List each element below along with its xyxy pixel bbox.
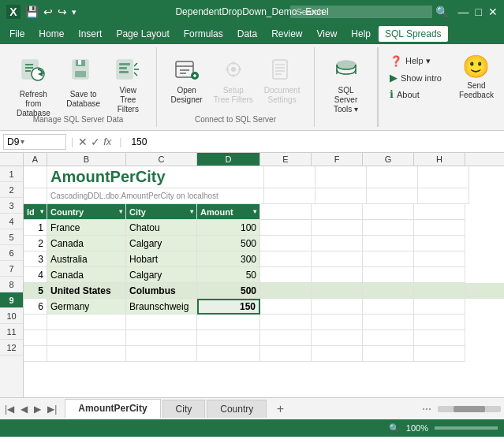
cell-g12[interactable]: [363, 346, 414, 362]
cell-f10[interactable]: [312, 315, 363, 330]
close-btn[interactable]: ✕: [488, 6, 498, 18]
col-header-g[interactable]: G: [363, 153, 414, 166]
cell-a9[interactable]: 6: [24, 299, 47, 315]
filter-icon-city[interactable]: ▾: [190, 208, 193, 215]
cell-h1[interactable]: [418, 166, 469, 188]
col-header-a[interactable]: A: [24, 153, 47, 166]
cell-g6[interactable]: [363, 251, 414, 267]
cell-f3[interactable]: [312, 204, 363, 220]
col-header-f[interactable]: F: [312, 153, 363, 166]
cell-h2[interactable]: [418, 188, 469, 204]
cell-b6[interactable]: Australia: [47, 251, 126, 267]
cell-f2[interactable]: [315, 188, 367, 204]
cell-header-city[interactable]: City▾: [126, 204, 197, 220]
cell-b12[interactable]: [47, 346, 126, 362]
help-btn[interactable]: ❓ Help ▾: [385, 54, 446, 69]
menu-formulas[interactable]: Formulas: [177, 26, 230, 42]
confirm-formula-btn[interactable]: ✓: [91, 136, 100, 148]
cell-d6[interactable]: 300: [197, 251, 260, 267]
row-num-4[interactable]: 4: [0, 214, 23, 229]
cell-h12[interactable]: [414, 346, 465, 362]
cell-header-id[interactable]: Id▾: [24, 204, 47, 220]
cell-g5[interactable]: [363, 236, 414, 251]
cell-f1[interactable]: [315, 166, 367, 188]
row-num-7[interactable]: 7: [0, 261, 23, 277]
refresh-btn[interactable]: Refresh from Database: [6, 54, 61, 121]
cell-e11[interactable]: [260, 330, 312, 346]
cell-c5[interactable]: Calgary: [126, 236, 197, 251]
cell-f4[interactable]: [312, 220, 363, 236]
save-to-db-btn[interactable]: Save to Database: [62, 54, 105, 112]
cell-h10[interactable]: [414, 315, 465, 330]
name-box-dropdown[interactable]: ▾: [21, 137, 24, 146]
cell-a5[interactable]: 2: [24, 236, 47, 251]
cell-d11[interactable]: [197, 330, 260, 346]
cell-f9[interactable]: [312, 299, 363, 315]
formula-value[interactable]: 150: [126, 136, 147, 147]
undo-quick-btn[interactable]: ↩: [43, 6, 53, 18]
cell-g1[interactable]: [367, 166, 418, 188]
tab-prev-btn[interactable]: ◀: [19, 404, 29, 415]
cell-a12[interactable]: [24, 346, 47, 362]
cell-b8[interactable]: United States: [47, 283, 126, 299]
cell-c12[interactable]: [126, 346, 197, 362]
row-num-5[interactable]: 5: [0, 229, 23, 245]
cell-g2[interactable]: [367, 188, 418, 204]
cell-b10[interactable]: [47, 315, 126, 330]
menu-view[interactable]: View: [311, 26, 344, 42]
cell-c6[interactable]: Hobart: [126, 251, 197, 267]
cell-a7[interactable]: 4: [24, 267, 47, 283]
minimize-btn[interactable]: —: [458, 6, 469, 18]
tab-last-btn[interactable]: ▶|: [46, 404, 58, 415]
send-feedback-btn[interactable]: 🙂 Send Feedback: [456, 50, 497, 103]
cell-b5[interactable]: Canada: [47, 236, 126, 251]
cell-title[interactable]: AmountPerCity: [47, 166, 264, 188]
cell-h6[interactable]: [414, 251, 465, 267]
cell-d7[interactable]: 50: [197, 267, 260, 283]
redo-quick-btn[interactable]: ↪: [58, 6, 67, 18]
cell-f12[interactable]: [312, 346, 363, 362]
cell-e6[interactable]: [260, 251, 312, 267]
cell-g4[interactable]: [363, 220, 414, 236]
cell-h3[interactable]: [414, 204, 465, 220]
cell-h9[interactable]: [414, 299, 465, 315]
cell-g9[interactable]: [363, 299, 414, 315]
cell-e1[interactable]: [264, 166, 315, 188]
cell-e5[interactable]: [260, 236, 312, 251]
menu-insert[interactable]: Insert: [72, 26, 108, 42]
cell-g7[interactable]: [363, 267, 414, 283]
customize-quick-btn[interactable]: ▾: [72, 7, 77, 17]
open-designer-btn[interactable]: Open Designer: [166, 54, 207, 108]
cell-c8[interactable]: Columbus: [126, 283, 197, 299]
cell-a4[interactable]: 1: [24, 220, 47, 236]
row-num-1[interactable]: 1: [0, 166, 23, 182]
cell-c11[interactable]: [126, 330, 197, 346]
cell-a6[interactable]: 3: [24, 251, 47, 267]
cell-d5[interactable]: 500: [197, 236, 260, 251]
row-num-8[interactable]: 8: [0, 277, 23, 292]
cell-e2[interactable]: [264, 188, 315, 204]
cell-h8[interactable]: [414, 283, 465, 299]
cell-f5[interactable]: [312, 236, 363, 251]
cell-a11[interactable]: [24, 330, 47, 346]
cell-d12[interactable]: [197, 346, 260, 362]
cell-b9[interactable]: Germany: [47, 299, 126, 315]
save-quick-btn[interactable]: 💾: [25, 6, 39, 18]
cell-e3[interactable]: [260, 204, 312, 220]
cell-a8[interactable]: 5: [24, 283, 47, 299]
col-header-b[interactable]: B: [47, 153, 126, 166]
row-num-3[interactable]: 3: [0, 198, 23, 214]
zoom-slider[interactable]: [435, 426, 498, 430]
tab-first-btn[interactable]: |◀: [3, 404, 16, 415]
col-header-c[interactable]: C: [126, 153, 197, 166]
select-all-corner[interactable]: [0, 153, 24, 166]
menu-review[interactable]: Review: [265, 26, 308, 42]
menu-data[interactable]: Data: [231, 26, 263, 42]
tab-amount-per-city[interactable]: AmountPerCity: [65, 399, 160, 419]
cell-b4[interactable]: France: [47, 220, 126, 236]
cell-a10[interactable]: [24, 315, 47, 330]
cell-g3[interactable]: [363, 204, 414, 220]
cell-g8[interactable]: [363, 283, 414, 299]
filter-icon-country[interactable]: ▾: [119, 208, 122, 215]
cell-e10[interactable]: [260, 315, 312, 330]
